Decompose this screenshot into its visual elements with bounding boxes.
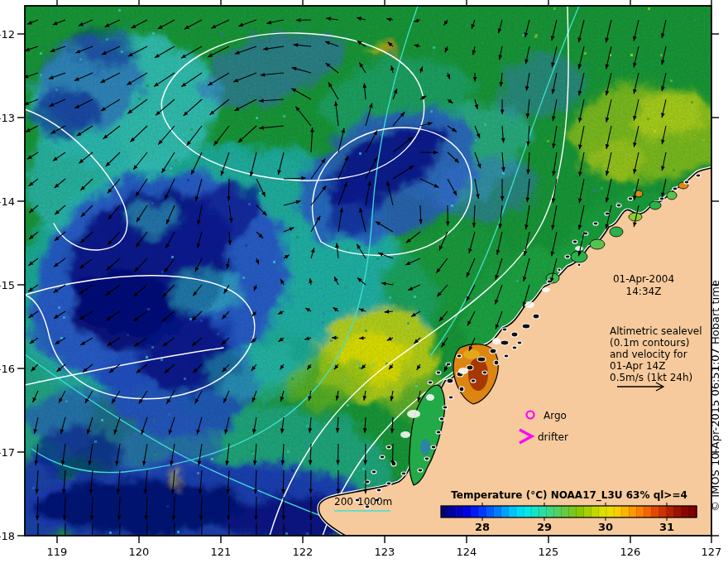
velocity-vector-head	[36, 542, 40, 547]
velocity-vector-head	[90, 542, 94, 547]
map-canvas: 01-Apr-2004 14:34Z Altimetric sealevel (…	[0, 0, 728, 563]
x-tick-label: 121	[211, 546, 232, 558]
y-tick-label: -17	[0, 446, 15, 459]
x-tick-label: 126	[620, 546, 641, 558]
y-tick-label: -16	[0, 363, 15, 375]
velocity-vector-head	[254, 542, 258, 547]
y-tick-label: -14	[0, 195, 15, 208]
x-tick-label: 119	[47, 546, 68, 558]
x-tick-label: 124	[457, 546, 477, 558]
velocity-vector-head	[282, 542, 286, 547]
velocity-vector-head	[172, 542, 176, 547]
velocity-vector-head	[117, 542, 122, 547]
x-tick-label: 122	[293, 546, 314, 558]
x-tick-label: 127	[702, 546, 722, 558]
x-tick-label: 123	[375, 546, 395, 558]
x-tick-label: 125	[539, 546, 559, 558]
sst-map-figure: 01-Apr-2004 14:34Z Altimetric sealevel (…	[0, 0, 728, 563]
y-tick-label: -12	[0, 28, 15, 41]
velocity-vector-head	[199, 542, 204, 547]
map-plot-area[interactable]	[25, 6, 711, 536]
x-tick-label: 120	[129, 546, 150, 558]
y-tick-label: -13	[0, 112, 15, 124]
y-tick-label: -18	[0, 530, 15, 542]
y-tick-label: -15	[0, 279, 15, 291]
